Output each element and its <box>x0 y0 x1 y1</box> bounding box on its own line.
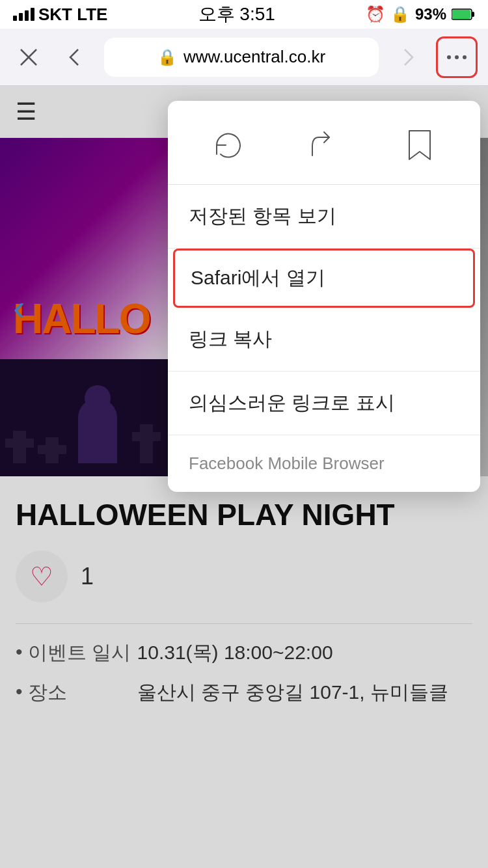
svg-point-6 <box>455 55 459 59</box>
browser-footer: Facebook Mobile Browser <box>168 435 480 492</box>
reload-button[interactable] <box>202 119 254 171</box>
copy-link-option[interactable]: 링크 복사 <box>168 308 480 372</box>
more-button[interactable] <box>436 36 478 78</box>
carrier-label: SKT LTE <box>38 5 107 25</box>
battery-icon <box>452 8 475 21</box>
bookmark-button[interactable] <box>394 119 446 171</box>
browser-footer-label: Facebook Mobile Browser <box>189 454 385 473</box>
dropdown-menu: 저장된 항목 보기 Safari에서 열기 링크 복사 의심스러운 링크로 표시… <box>168 101 480 492</box>
status-bar: SKT LTE 오후 3:51 ⏰ 🔒 93% <box>0 0 488 29</box>
svg-rect-1 <box>472 12 474 17</box>
svg-point-7 <box>463 55 467 59</box>
menu-icon-row <box>168 101 480 185</box>
report-suspicious-label: 의심스러운 링크로 표시 <box>189 392 395 413</box>
open-in-safari-label: Safari에서 열기 <box>191 267 325 288</box>
open-in-safari-option[interactable]: Safari에서 열기 <box>173 249 475 308</box>
copy-link-label: 링크 복사 <box>189 328 272 349</box>
close-button[interactable] <box>10 39 47 75</box>
url-bar[interactable]: 🔒 www.ucentral.co.kr <box>104 38 379 77</box>
url-text: www.ucentral.co.kr <box>183 47 325 67</box>
lock-status-icon: 🔒 <box>390 5 410 23</box>
ssl-lock-icon: 🔒 <box>157 48 177 66</box>
status-right: ⏰ 🔒 93% <box>366 5 475 23</box>
status-left: SKT LTE <box>13 5 107 25</box>
battery-label: 93% <box>415 5 446 23</box>
app-wrapper: SKT LTE 오후 3:51 ⏰ 🔒 93% <box>0 0 488 868</box>
saved-items-option[interactable]: 저장된 항목 보기 <box>168 185 480 249</box>
forward-button[interactable] <box>389 39 426 75</box>
report-suspicious-option[interactable]: 의심스러운 링크로 표시 <box>168 372 480 435</box>
alarm-icon: ⏰ <box>366 5 385 23</box>
status-time: 오후 3:51 <box>198 2 275 27</box>
svg-rect-2 <box>452 10 470 19</box>
browser-toolbar: 🔒 www.ucentral.co.kr <box>0 29 488 86</box>
saved-items-label: 저장된 항목 보기 <box>189 205 336 226</box>
back-button[interactable] <box>57 39 94 75</box>
signal-bars <box>13 8 34 21</box>
svg-point-5 <box>447 55 451 59</box>
share-button[interactable] <box>298 119 350 171</box>
